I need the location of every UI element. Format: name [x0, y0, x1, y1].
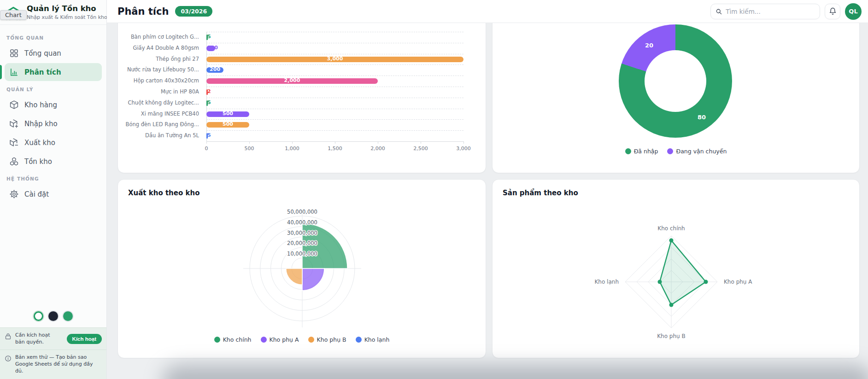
bar-category-label: Chuột không dây Logitec... [120, 99, 199, 106]
radar-chart[interactable]: Kho chínhKho phụ AKho phụ BKho lạnh [493, 180, 859, 359]
main-content: Bàn phím cơ Logitech G...5Giấy A4 Double… [107, 23, 868, 379]
license-notice: Cần kích hoạt bản quyền. Kích hoạt [0, 327, 106, 350]
polar-area-chart[interactable]: 10,000,00020,000,00030,000,00040,000,000… [118, 180, 486, 359]
app-subtitle: Nhập xuất & Kiểm soát Tồn kho [27, 14, 107, 20]
radar-axis-label: Kho chính [657, 225, 685, 232]
radar-axis-label: Kho phụ B [657, 333, 686, 339]
donut-legend: Đã nhậpĐang vận chuyển [493, 148, 859, 155]
card-top-products-bar-chart[interactable]: Bàn phím cơ Logitech G...5Giấy A4 Double… [117, 23, 486, 173]
radar-point-Kho lạnh[interactable] [658, 280, 662, 284]
gridline [206, 87, 463, 87]
radar-axis-label: Kho phụ A [724, 279, 752, 285]
avatar[interactable]: QL [845, 3, 862, 20]
bar-value-label: 2,000 [206, 77, 378, 83]
radar-point-Kho phụ B[interactable] [669, 303, 674, 307]
sidebar-item-phan-tich[interactable]: Phân tích [5, 63, 102, 81]
legend-swatch [261, 337, 267, 343]
app-logo-row: Quản lý Tồn kho Nhập xuất & Kiểm soát Tồ… [0, 0, 106, 25]
bar-category-label: Nước rửa tay Lifebuoy 50... [120, 66, 199, 73]
polar-slice-Kho phụ A[interactable] [302, 268, 324, 291]
radar-polygon[interactable] [660, 240, 706, 305]
theme-swatch-dark[interactable] [48, 311, 58, 321]
nav-section-system: HỆ THỐNG [6, 176, 100, 181]
legend-label: Kho chính [223, 336, 252, 343]
bar-chart-icon [9, 67, 19, 77]
header: Phân tích 03/2026 QL [107, 0, 868, 23]
donut-hole [645, 50, 706, 112]
search-input[interactable] [726, 8, 815, 15]
preview-notice-text: Bản xem thử — Tạo bản sao Google Sheets … [15, 354, 102, 375]
sidebar-item-kho-hang[interactable]: Kho hàng [5, 96, 102, 114]
gridline [206, 64, 463, 65]
legend-item-Đang vận chuyển[interactable]: Đang vận chuyển [667, 148, 727, 155]
sidebar-item-xuat-kho[interactable]: Xuất kho [5, 134, 102, 152]
x-tick-label: 1,500 [328, 146, 342, 152]
x-tick [421, 141, 421, 144]
bar-value-label: 3,000 [206, 56, 463, 62]
bar-category-label: Bàn phím cơ Logitech G... [120, 34, 199, 40]
sidebar-item-cai-dat[interactable]: Cài đặt [5, 185, 102, 203]
x-tick-label: 3,000 [456, 146, 471, 152]
box-plus-icon [9, 119, 19, 128]
gear-icon [9, 189, 19, 199]
polar-r-tick-label: 20,000,000 [287, 240, 317, 246]
dashboard-grid-icon [9, 48, 19, 58]
app-title-block: Quản lý Tồn kho Nhập xuất & Kiểm soát Tồ… [27, 5, 107, 20]
info-icon [5, 355, 12, 362]
polar-r-tick-label: 40,000,000 [287, 219, 317, 226]
bottom-scroll-shadow [162, 365, 868, 379]
lock-icon [5, 333, 12, 340]
header-actions: QL [710, 3, 862, 20]
preview-notice: Bản xem thử — Tạo bản sao Google Sheets … [0, 350, 106, 379]
slice-value-label: 80 [698, 114, 706, 121]
polar-legend: Kho chínhKho phụ AKho phụ BKho lạnh [118, 336, 486, 343]
slice-value-label: 20 [645, 41, 653, 48]
theme-swatch-green[interactable] [63, 311, 73, 321]
gridline [206, 43, 463, 43]
card-export-by-warehouse[interactable]: Xuất kho theo kho 10,000,00020,000,00030… [117, 179, 486, 358]
theme-swatch-light[interactable] [34, 311, 43, 321]
bar-category-label: Giấy A4 Double A 80gsm [120, 45, 199, 51]
x-tick-label: 500 [245, 146, 254, 152]
legend-item-Kho phụ B[interactable]: Kho phụ B [308, 336, 346, 343]
sidebar-item-nhap-kho[interactable]: Nhập kho [5, 115, 102, 133]
legend-item-Đã nhập[interactable]: Đã nhập [625, 148, 658, 155]
legend-swatch [308, 337, 314, 343]
bar-category-label: Mực in HP 80A [120, 88, 199, 95]
gridline [206, 109, 463, 109]
radar-point-Kho phụ A[interactable] [704, 280, 708, 284]
card-import-status-donut-chart[interactable]: 8020Đã nhậpĐang vận chuyển [492, 23, 860, 173]
activate-button[interactable]: Kích hoạt [67, 334, 102, 344]
radar-axis-label: Kho lạnh [594, 279, 619, 285]
page-title: Phân tích [117, 6, 169, 17]
box-icon [9, 100, 19, 110]
legend-label: Kho phụ A [270, 336, 299, 343]
radar-point-Kho chính[interactable] [669, 239, 674, 243]
legend-item-Kho lạnh[interactable]: Kho lạnh [356, 336, 390, 343]
sidebar-item-ton-kho[interactable]: Tồn kho [5, 152, 102, 170]
sidebar-item-label: Tồn kho [24, 157, 52, 166]
legend-swatch [667, 148, 673, 154]
legend-label: Đã nhập [634, 148, 658, 155]
sidebar-spacer [0, 204, 106, 306]
bar-value-label: 5 [207, 132, 211, 138]
legend-label: Đang vận chuyển [676, 148, 727, 155]
legend-item-Kho phụ A[interactable]: Kho phụ A [261, 336, 299, 343]
polar-slice-Kho phụ B[interactable] [286, 268, 302, 285]
box-minus-icon [9, 138, 19, 147]
sidebar-item-label: Xuất kho [24, 139, 55, 147]
search-box[interactable] [710, 4, 820, 19]
gridline [206, 76, 463, 76]
app-title: Quản lý Tồn kho [27, 5, 107, 13]
sidebar-item-tong-quan[interactable]: Tổng quan [5, 44, 102, 62]
bar-value-label: 500 [206, 121, 249, 127]
legend-swatch [356, 337, 362, 343]
x-tick [249, 141, 250, 144]
card-products-by-warehouse[interactable]: Sản phẩm theo kho Kho chínhKho phụ AKho … [492, 179, 860, 358]
x-tick-label: 2,000 [370, 146, 385, 152]
notifications-button[interactable] [825, 4, 840, 19]
sidebar: Quản lý Tồn kho Nhập xuất & Kiểm soát Tồ… [0, 0, 107, 379]
gridline [206, 54, 463, 54]
legend-item-Kho chính[interactable]: Kho chính [214, 336, 252, 343]
legend-label: Kho lạnh [364, 336, 390, 343]
